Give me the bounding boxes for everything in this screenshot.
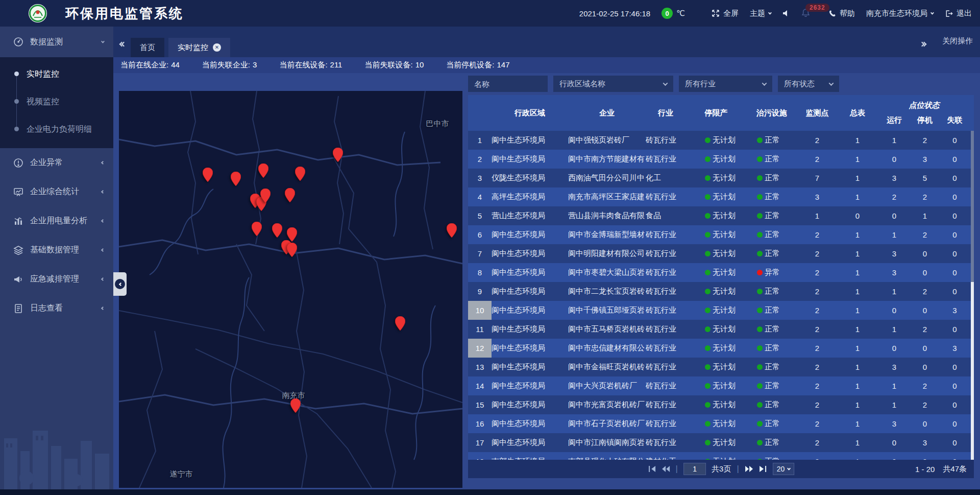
fullscreen-button[interactable]: 全屏 — [712, 9, 739, 18]
row-monitor-count: 2 — [797, 136, 838, 145]
map-pin[interactable] — [272, 223, 282, 238]
row-facility-status: 正常 — [747, 400, 797, 410]
sidebar-group-4[interactable]: 企业用电量分析 — [0, 206, 113, 235]
map-pin[interactable] — [287, 243, 297, 257]
col-facility-header: 治污设施 — [747, 95, 797, 131]
table-row[interactable]: 5营山生态环境局营山县润丰肉食品有限食品无计划正常10010 — [468, 206, 974, 225]
tab-home[interactable]: 首页 — [131, 38, 164, 57]
table-row[interactable]: 10阆中生态环境局阆中千佛镇五郎垭页岩砖瓦行业无计划正常21003 — [468, 301, 974, 320]
table-scrollbar[interactable] — [971, 131, 974, 460]
sidebar-submenu: 实时监控视频监控企业电力负荷明细 — [0, 57, 113, 148]
map-pin[interactable] — [287, 227, 297, 242]
table-row[interactable]: 12阆中生态环境局阆中市忠信建材有限公砖瓦行业无计划正常21003 — [468, 339, 974, 358]
table-row[interactable]: 16阆中生态环境局阆中市石子页岩机砖厂砖瓦行业无计划正常21300 — [468, 414, 974, 433]
next-page-button[interactable] — [745, 465, 753, 473]
table-row[interactable]: 8阆中生态环境局阆中市枣碧大梁山页岩砖瓦行业无计划异常21300 — [468, 263, 974, 282]
table-row[interactable]: 2阆中生态环境局阆中市南方节能建材有砖瓦行业无计划正常21030 — [468, 150, 974, 169]
speaker-icon[interactable] — [782, 10, 790, 17]
table-body: 1阆中生态环境局阆中强锐页岩砖厂砖瓦行业无计划正常211202阆中生态环境局阆中… — [468, 131, 974, 460]
table-header: 行政区域 企业 行业 停限产 治污设施 监测点 总表 点位状态 运行 停机 失联 — [468, 95, 974, 131]
logout-button[interactable]: 退出 — [945, 9, 972, 18]
page-size-select[interactable]: 20 — [773, 463, 795, 475]
tab-realtime-monitor[interactable]: 实时监控 ✕ — [168, 38, 230, 57]
name-filter-input[interactable] — [468, 76, 548, 92]
tabs-scroll-left-button[interactable] — [121, 42, 126, 46]
table-row[interactable]: 9阆中生态环境局阆中市二龙长宝页岩砖砖瓦行业无计划正常21120 — [468, 282, 974, 301]
table-row[interactable]: 17阆中生态环境局阆中市江南镇阆南页岩砖瓦行业无计划正常21030 — [468, 433, 974, 452]
table-row[interactable]: 13阆中生态环境局阆中市金福旺页岩机砖砖瓦行业无计划正常21300 — [468, 358, 974, 376]
table-row[interactable]: 3仪陇生态环境局西南油气田分公司川中化工无计划正常71350 — [468, 169, 974, 187]
map-pin[interactable] — [252, 222, 262, 236]
map-panel[interactable]: 巴中市南充市遂宁市 — [119, 91, 462, 488]
row-company: 营山县润丰肉食品有限 — [568, 211, 646, 221]
map-pin[interactable] — [260, 188, 271, 203]
stat-item: 当前在线设备:211 — [279, 60, 342, 70]
row-facility-status: 正常 — [747, 343, 797, 353]
log-icon — [13, 303, 23, 314]
row-monitor-count: 2 — [797, 344, 838, 352]
prev-page-button[interactable] — [662, 465, 670, 473]
sidebar-group-5[interactable]: 基础数据管理 — [0, 235, 113, 265]
table-row[interactable]: 6阆中生态环境局阆中市金博瑞新型墙材砖瓦行业无计划正常21120 — [468, 225, 974, 244]
notification-bell[interactable]: 2632 — [801, 8, 810, 18]
industry-filter-select[interactable]: 所有行业 — [679, 76, 772, 92]
sidebar-item-企业电力负荷明细[interactable]: 企业电力负荷明细 — [0, 115, 113, 143]
sidebar-group-2[interactable]: 企业异常 — [0, 148, 113, 177]
status-dot-green — [757, 364, 763, 370]
map-pin[interactable] — [231, 172, 241, 186]
table-row[interactable]: 7阆中生态环境局阆中明阳建材有限公司砖瓦行业无计划正常21300 — [468, 244, 974, 263]
name-input[interactable] — [474, 80, 542, 88]
map-pin[interactable] — [295, 167, 305, 181]
table-row[interactable]: 11阆中生态环境局阆中市五马桥页岩机砖砖瓦行业无计划正常21120 — [468, 320, 974, 339]
status-dot-green — [705, 383, 710, 389]
row-run-count: 0 — [877, 344, 911, 352]
theme-dropdown[interactable]: 主题 — [750, 9, 771, 18]
chevron-left-icon — [101, 277, 105, 281]
table-row[interactable]: 14阆中生态环境局阆中大兴页岩机砖厂砖瓦行业无计划正常21120 — [468, 376, 974, 395]
row-industry: 砖瓦行业 — [646, 438, 685, 447]
row-run-count: 1 — [877, 382, 911, 390]
map-pin[interactable] — [258, 163, 268, 178]
sidebar-group-label: 应急减排管理 — [30, 274, 79, 285]
row-plan-status: 无计划 — [685, 400, 747, 410]
sidebar-group-3[interactable]: 企业综合统计 — [0, 177, 113, 206]
last-page-button[interactable] — [759, 465, 767, 473]
table-row[interactable]: 15阆中生态环境局阆中市光富页岩机砖厂砖瓦行业无计划正常21120 — [468, 395, 974, 414]
status-dot-green — [705, 440, 710, 445]
sidebar-item-实时监控[interactable]: 实时监控 — [0, 60, 113, 88]
tabs-scroll-right-button[interactable] — [922, 42, 926, 46]
status-dot-red — [757, 270, 763, 275]
scrollbar-thumb[interactable] — [971, 131, 974, 282]
first-page-button[interactable] — [648, 465, 656, 473]
map-pin[interactable] — [290, 398, 301, 413]
region-filter-select[interactable]: 行政区域名称 — [553, 76, 673, 92]
map-pin[interactable] — [447, 223, 457, 238]
sidebar-group-6[interactable]: 应急减排管理 — [0, 265, 113, 294]
map-pin[interactable] — [333, 148, 343, 162]
map-pin[interactable] — [395, 316, 405, 331]
table-row[interactable]: 18南部生态环境局南部县砚化土砂有限公建材化工无计划正常21030 — [468, 452, 974, 460]
panel-collapse-button[interactable] — [113, 272, 127, 296]
close-operations-button[interactable]: 关闭操作 — [942, 36, 973, 46]
table-row[interactable]: 1阆中生态环境局阆中强锐页岩砖厂砖瓦行业无计划正常21120 — [468, 131, 974, 150]
row-company: 阆中市光富页岩机砖厂 — [568, 400, 646, 410]
tab-close-icon[interactable]: ✕ — [213, 43, 221, 52]
status-dot-green — [705, 364, 710, 370]
page-number-input[interactable] — [683, 463, 706, 475]
row-facility-status: 正常 — [747, 305, 797, 315]
sidebar-item-视频监控[interactable]: 视频监控 — [0, 88, 113, 115]
row-monitor-count: 3 — [797, 193, 838, 201]
table-row[interactable]: 4高坪生态环境局南充市高坪区王家店建砖瓦行业无计划正常31220 — [468, 187, 974, 206]
row-company: 阆中市二龙长宝页岩砖 — [568, 287, 646, 296]
map-pin[interactable] — [285, 188, 295, 202]
sidebar-group-1[interactable]: 数据监测 — [0, 27, 113, 57]
stat-value: 211 — [330, 60, 342, 70]
org-dropdown[interactable]: 南充市生态环境局 — [866, 9, 934, 18]
status-filter-select[interactable]: 所有状态 — [778, 76, 839, 92]
map-pin[interactable] — [203, 168, 213, 182]
row-plan-status: 无计划 — [685, 343, 747, 353]
sidebar-group-7[interactable]: 日志查看 — [0, 294, 113, 323]
help-button[interactable]: 帮助 — [828, 9, 855, 18]
row-monitor-count: 2 — [797, 325, 838, 334]
row-company: 阆中市枣碧大梁山页岩 — [568, 268, 646, 277]
